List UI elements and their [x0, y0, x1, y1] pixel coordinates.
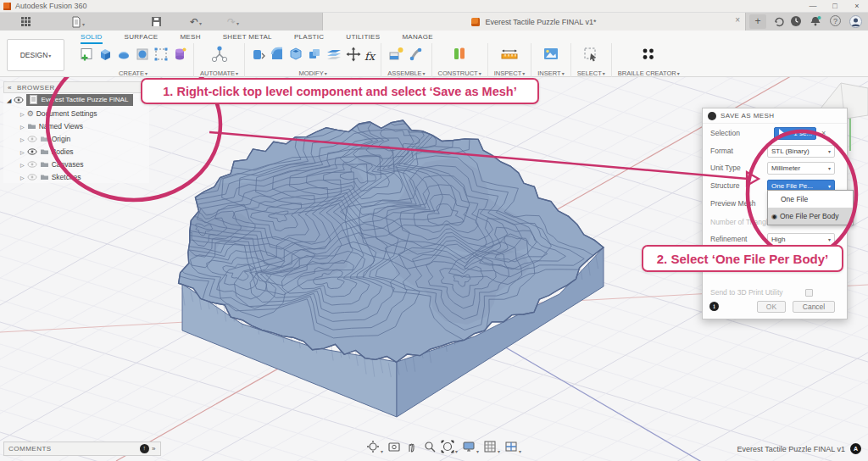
group-label-assemble[interactable]: ASSEMBLE — [387, 69, 425, 77]
browser-item-sketches[interactable]: Sketches — [3, 170, 149, 183]
help-icon[interactable] — [830, 15, 841, 26]
create-sketch-icon[interactable] — [79, 47, 94, 65]
document-tab[interactable]: Everest Tactile Puzzle FINAL v1* — [322, 13, 746, 31]
group-label-automate[interactable]: AUTOMATE — [200, 69, 238, 77]
avatar[interactable] — [849, 15, 862, 28]
unit-type-dropdown[interactable]: Millimeter — [767, 162, 835, 175]
construct-plane-icon[interactable] — [451, 46, 468, 66]
notifications-clock-icon[interactable] — [790, 15, 803, 28]
measure-icon[interactable] — [499, 46, 520, 66]
expander-icon[interactable] — [20, 135, 25, 143]
comments-expand-icon[interactable] — [152, 445, 156, 453]
browser-item-document-settings[interactable]: Document Settings — [3, 107, 149, 119]
browser-header[interactable]: BROWSER — [3, 81, 149, 93]
expander-icon[interactable] — [20, 122, 25, 131]
pattern-icon[interactable] — [153, 47, 169, 65]
new-component-icon[interactable] — [387, 46, 404, 66]
combine-icon[interactable] — [307, 47, 322, 65]
save-icon[interactable] — [151, 14, 162, 29]
group-label-create[interactable]: CREATE — [119, 69, 147, 77]
bell-icon[interactable] — [810, 15, 822, 28]
expander-icon[interactable] — [20, 160, 25, 169]
browser-item-named-views[interactable]: Named Views — [3, 119, 149, 132]
file-menu-icon[interactable] — [71, 14, 85, 29]
press-pull-icon[interactable] — [251, 47, 266, 65]
viewport[interactable]: BROWSER Everest Tactile Puzzle FINAL Doc… — [0, 77, 868, 461]
selection-button[interactable]: 1 se... — [774, 127, 816, 140]
clear-selection-icon[interactable] — [821, 129, 826, 137]
comments-bar[interactable]: COMMENTS — [3, 442, 161, 456]
comments-toggle-icon[interactable] — [140, 444, 149, 453]
extrude-icon[interactable] — [97, 47, 113, 65]
workspace-selector[interactable]: DESIGN — [7, 39, 64, 71]
browser-root-component[interactable]: Everest Tactile Puzzle FINAL — [3, 93, 149, 107]
tab-bar: ↶ ↷ Everest Tactile Puzzle FINAL v1* — [0, 13, 868, 31]
browser-item-bodies[interactable]: Bodies — [3, 145, 149, 158]
select-icon[interactable] — [582, 46, 599, 66]
change-parameters-icon[interactable] — [364, 50, 375, 63]
app-grid-icon[interactable] — [20, 14, 31, 29]
settings-icon — [27, 109, 34, 118]
display-settings-icon[interactable] — [462, 440, 479, 457]
option-one-file[interactable]: One File — [768, 191, 853, 208]
cancel-button[interactable]: Cancel — [793, 301, 835, 313]
eye-icon[interactable] — [27, 174, 37, 181]
undo-button[interactable]: ↶ — [190, 14, 202, 29]
group-label-insert[interactable]: INSERT — [537, 69, 564, 77]
braille-creator-icon[interactable] — [639, 45, 658, 67]
look-at-icon[interactable] — [387, 440, 401, 457]
sync-icon[interactable] — [773, 15, 786, 28]
collapse-panel-icon[interactable] — [8, 84, 17, 92]
group-label-inspect[interactable]: INSPECT — [494, 69, 526, 77]
new-tab-button[interactable] — [749, 14, 766, 29]
format-dropdown[interactable]: STL (Binary) — [767, 145, 835, 158]
dialog-header[interactable]: SAVE AS MESH — [703, 108, 847, 124]
expander-icon[interactable] — [20, 147, 25, 156]
orbit-icon[interactable] — [366, 440, 383, 457]
group-modify: MODIFY — [245, 43, 381, 77]
eye-icon[interactable] — [27, 148, 37, 155]
minimize-button[interactable]: — — [802, 0, 824, 13]
grid-settings-icon[interactable] — [483, 440, 500, 457]
refinement-dropdown[interactable]: High — [767, 233, 835, 246]
shell-icon[interactable] — [288, 47, 303, 65]
comments-label: COMMENTS — [8, 445, 52, 453]
fusion-window: Autodesk Fusion 360 — □ × ↶ ↷ Everest Ta… — [0, 0, 868, 461]
close-button[interactable]: × — [846, 0, 868, 13]
expander-icon[interactable] — [20, 173, 25, 181]
revolve-icon[interactable] — [116, 47, 131, 65]
eye-icon[interactable] — [27, 161, 37, 168]
option-one-file-per-body[interactable]: One File Per Body — [768, 208, 853, 225]
refinement-row: Refinement High — [703, 232, 847, 246]
fit-icon[interactable] — [441, 440, 458, 457]
zoom-icon[interactable] — [423, 440, 437, 457]
pan-icon[interactable] — [405, 440, 419, 457]
sweep-icon[interactable] — [135, 47, 150, 65]
automate-icon[interactable] — [209, 45, 230, 67]
group-label-braille[interactable]: BRAILLE CREATOR — [618, 69, 680, 77]
coil-icon[interactable] — [172, 47, 187, 65]
expander-icon[interactable] — [20, 109, 25, 118]
browser-item-canvases[interactable]: Canvases — [3, 158, 149, 170]
ok-button[interactable]: OK — [757, 301, 786, 313]
move-icon[interactable] — [346, 47, 361, 65]
send-to-print-checkbox[interactable] — [805, 289, 813, 297]
group-create: CREATE — [73, 43, 194, 77]
maximize-button[interactable]: □ — [824, 0, 846, 13]
eye-icon[interactable] — [27, 136, 37, 142]
offset-face-icon[interactable] — [326, 47, 342, 65]
dialog-grip-icon[interactable] — [708, 112, 716, 120]
browser-item-origin[interactable]: Origin — [3, 132, 149, 145]
group-label-construct[interactable]: CONSTRUCT — [438, 69, 481, 77]
expander-icon[interactable] — [7, 96, 11, 104]
eye-icon[interactable] — [14, 97, 24, 103]
info-icon[interactable] — [709, 302, 719, 311]
group-label-modify[interactable]: MODIFY — [298, 69, 326, 77]
fillet-icon[interactable] — [270, 47, 285, 65]
viewports-icon[interactable] — [504, 440, 521, 457]
insert-image-icon[interactable] — [542, 47, 559, 65]
joint-icon[interactable] — [408, 46, 425, 66]
redo-button[interactable]: ↷ — [227, 14, 239, 29]
group-label-select[interactable]: SELECT — [577, 69, 605, 77]
tab-close-icon[interactable] — [735, 15, 740, 25]
